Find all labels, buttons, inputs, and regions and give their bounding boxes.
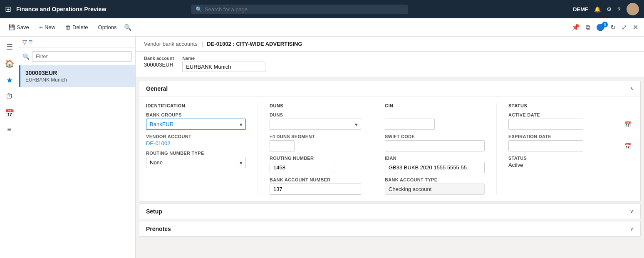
workspaces-icon[interactable]: 📅 — [2, 106, 17, 120]
general-section: General ∧ IDENTIFICATION Bank groups Ban… — [139, 81, 641, 202]
active-date-calendar-icon[interactable]: 📅 — [624, 121, 631, 128]
general-chevron-icon: ∧ — [630, 86, 634, 92]
duns4-input[interactable] — [270, 140, 295, 151]
delete-button[interactable]: 🗑 Delete — [61, 22, 92, 32]
expand-icon[interactable]: ⤢ — [620, 22, 629, 33]
status-field: Status Active — [508, 156, 634, 168]
name-field-group: Name — [182, 56, 265, 72]
bank-groups-select-wrap: BankEUR — [146, 119, 246, 130]
cin-heading: CIN — [385, 103, 485, 108]
list-view-icon[interactable]: ≡ — [29, 38, 32, 46]
routing-number-input[interactable] — [270, 162, 336, 173]
setup-section: Setup ∨ — [139, 203, 641, 219]
routing-number-field: Routing number — [270, 156, 361, 173]
list-filter-icon[interactable]: ▽ — [22, 39, 27, 45]
header-fields-row: Bank account 300003EUR Name — [136, 52, 644, 77]
iban-label: IBAN — [385, 156, 485, 161]
main-layout: ☰ 🏠 ★ ⏱ 📅 ≡ ▽ ≡ 🔍 300003EUR EURBANK Muni… — [0, 37, 644, 258]
status-value: Active — [508, 162, 634, 168]
iban-input[interactable] — [385, 162, 485, 173]
search-icon: 🔍 — [196, 6, 202, 12]
active-date-field: Active date 📅 — [508, 112, 634, 130]
list-panel: ▽ ≡ 🔍 300003EUR EURBANK Munich — [19, 37, 136, 258]
gear-icon[interactable]: ⚙ — [607, 6, 612, 12]
avatar[interactable] — [627, 3, 639, 15]
expiration-date-calendar-icon[interactable]: 📅 — [624, 143, 631, 149]
setup-section-header[interactable]: Setup ∨ — [139, 204, 640, 219]
list-header-bar: ▽ ≡ — [19, 37, 135, 48]
help-icon[interactable]: ? — [617, 6, 621, 12]
content-header: Vendor bank accounts | DE-01002 : CITY-W… — [136, 37, 644, 52]
cin-input[interactable] — [385, 119, 435, 130]
recent-icon[interactable]: ⏱ — [3, 90, 16, 104]
routing-type-select[interactable]: None ABA SWIFT — [146, 157, 246, 168]
sidebar-toggle-icon[interactable]: ☰ — [4, 40, 15, 54]
duns-label: DUNS — [270, 112, 361, 117]
duns4-label: +4 DUNS segment — [270, 134, 361, 139]
top-nav: ⊞ Finance and Operations Preview 🔍 DEMF … — [0, 0, 644, 18]
refresh-icon[interactable]: ↻ — [609, 22, 617, 33]
app-title: Finance and Operations Preview — [16, 6, 106, 12]
new-button[interactable]: + New — [35, 22, 59, 33]
bank-account-number-input[interactable] — [270, 184, 361, 195]
general-section-header[interactable]: General ∧ — [139, 81, 640, 97]
toolbar-search-icon[interactable]: 🔍 — [122, 22, 134, 33]
bank-account-type-label: Bank account type — [385, 177, 485, 182]
close-icon[interactable]: ✕ — [631, 22, 640, 33]
duns-col: DUNS DUNS +4 DUNS segment — [261, 103, 369, 195]
save-button[interactable]: 💾 Save — [4, 22, 33, 32]
duns-select-wrap — [270, 119, 361, 130]
setup-section-title: Setup — [146, 208, 162, 215]
list-filter-bar: 🔍 — [19, 48, 135, 65]
bank-account-field-group: Bank account 300003EUR — [144, 56, 174, 68]
duns-select[interactable] — [270, 119, 361, 130]
breadcrumb: Vendor bank accounts | DE-01002 : CITY-W… — [144, 41, 302, 47]
cin-field: CIN — [385, 112, 485, 130]
swift-input[interactable] — [385, 140, 485, 151]
search-bar[interactable]: 🔍 — [191, 5, 408, 14]
pinned-icon[interactable]: 📌 — [570, 22, 582, 33]
bank-account-label: Bank account — [144, 56, 174, 61]
prenotes-section-header[interactable]: Prenotes ∨ — [139, 221, 640, 236]
active-date-input[interactable] — [508, 119, 583, 130]
bank-account-value: 300003EUR — [144, 62, 174, 68]
split-icon[interactable]: ⧉ — [584, 22, 592, 33]
bank-groups-select[interactable]: BankEUR — [146, 119, 246, 130]
side-icons: ☰ 🏠 ★ ⏱ 📅 ≡ — [0, 37, 19, 258]
general-form-grid: IDENTIFICATION Bank groups BankEUR Vendo… — [146, 103, 634, 195]
routing-number-type-field: Routing number type None ABA SWIFT — [146, 151, 246, 168]
status-heading: STATUS — [508, 103, 634, 108]
breadcrumb-sep: | — [201, 41, 203, 47]
routing-number-label: Routing number — [270, 156, 361, 161]
grid-icon[interactable]: ⊞ — [5, 5, 11, 14]
general-section-body: IDENTIFICATION Bank groups BankEUR Vendo… — [139, 97, 640, 201]
save-icon: 💾 — [8, 24, 15, 30]
search-input[interactable] — [205, 6, 404, 12]
toolbar: 💾 Save + New 🗑 Delete Options 🔍 📌 ⧉ 🔵 0 … — [0, 18, 644, 37]
prenotes-chevron-icon: ∨ — [630, 226, 634, 232]
prenotes-section-title: Prenotes — [146, 226, 171, 232]
filter-input[interactable] — [32, 51, 132, 62]
new-icon: + — [39, 24, 43, 31]
vendor-account-link[interactable]: DE-01002 — [146, 140, 171, 146]
name-label: Name — [182, 56, 265, 61]
list-item[interactable]: 300003EUR EURBANK Munich — [19, 65, 135, 87]
content-area: Vendor bank accounts | DE-01002 : CITY-W… — [136, 37, 644, 258]
duns-field: DUNS — [270, 112, 361, 130]
filter-search-icon: 🔍 — [22, 53, 30, 60]
name-input[interactable] — [182, 62, 265, 72]
identification-heading: IDENTIFICATION — [146, 103, 246, 108]
favorites-icon[interactable]: ★ — [4, 73, 15, 87]
breadcrumb-parent[interactable]: Vendor bank accounts — [144, 41, 198, 47]
bank-groups-label: Bank groups — [146, 112, 246, 117]
expiration-date-input[interactable] — [508, 140, 583, 151]
modules-icon[interactable]: ≡ — [5, 123, 14, 136]
notification-badge[interactable]: 🔵 0 — [594, 23, 606, 31]
home-icon[interactable]: 🏠 — [2, 57, 17, 71]
identification-col: IDENTIFICATION Bank groups BankEUR Vendo… — [146, 103, 254, 195]
list-items: 300003EUR EURBANK Munich — [19, 65, 135, 258]
bell-icon[interactable]: 🔔 — [594, 6, 601, 12]
vendor-account-field: Vendor account DE-01002 — [146, 134, 246, 146]
bank-groups-field: Bank groups BankEUR — [146, 112, 246, 130]
options-button[interactable]: Options — [94, 22, 121, 32]
